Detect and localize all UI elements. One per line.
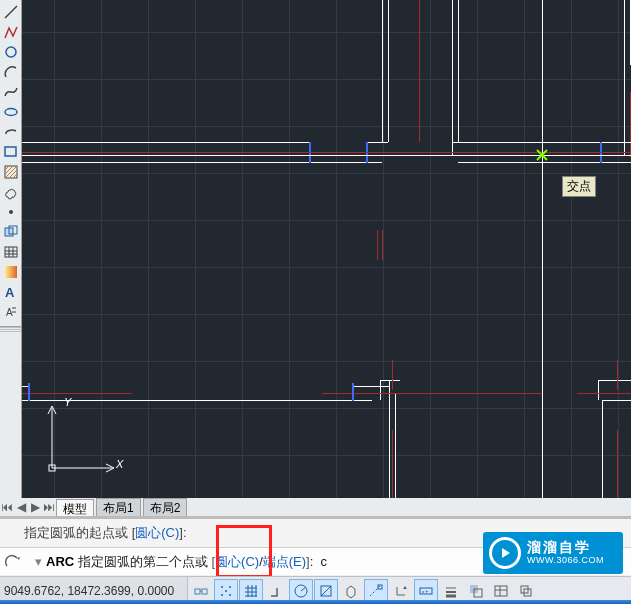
status-osnap[interactable] <box>314 579 338 603</box>
mtext-icon[interactable]: A <box>2 283 20 301</box>
command-text: ARC 指定圆弧的第二个点或 [圆心(C)/端点(E)]: c <box>46 553 327 571</box>
status-dyn-input[interactable]: + <box>414 579 438 603</box>
svg-text:+: + <box>425 588 429 594</box>
point-icon[interactable] <box>2 203 20 221</box>
cad-line <box>602 400 631 401</box>
cad-line <box>352 383 354 401</box>
svg-rect-45 <box>495 586 507 596</box>
rectangle-icon[interactable] <box>2 143 20 161</box>
spline-icon[interactable] <box>2 83 20 101</box>
layout-tabbar: ⏮ ◀ ▶ ⏭ 模型 布局1 布局2 <box>0 498 631 516</box>
polyline-icon[interactable] <box>2 23 20 41</box>
cad-line <box>617 360 618 390</box>
status-quick-props[interactable] <box>489 579 513 603</box>
cmd-history-text: 指定圆弧的起点或 <box>24 525 128 540</box>
cad-line <box>322 393 542 394</box>
svg-point-26 <box>221 586 223 588</box>
svg-marker-50 <box>502 548 510 558</box>
svg-text:A: A <box>6 307 13 318</box>
tab-next-icon[interactable]: ▶ <box>28 499 42 515</box>
cad-line <box>392 430 393 498</box>
svg-line-34 <box>321 586 331 596</box>
tab-first-icon[interactable]: ⏮ <box>0 499 14 515</box>
tab-layout2[interactable]: 布局2 <box>143 498 188 516</box>
svg-point-27 <box>229 586 231 588</box>
taskbar-sliver <box>0 600 631 604</box>
cad-line <box>458 0 459 142</box>
circle-icon[interactable] <box>2 43 20 61</box>
cad-line <box>624 0 625 155</box>
crosshair-v <box>542 0 543 498</box>
draw-toolbar: A A <box>0 0 22 500</box>
svg-point-1 <box>6 47 16 57</box>
arc-icon[interactable] <box>2 63 20 81</box>
cmd-opt-end[interactable]: 端点(E) <box>263 554 306 569</box>
ellipse-icon[interactable] <box>2 103 20 121</box>
watermark-play-icon <box>489 537 521 569</box>
watermark-title: 溜溜自学 <box>527 540 604 555</box>
snap-tooltip: 交点 <box>562 176 596 197</box>
hatch-icon[interactable] <box>2 163 20 181</box>
cad-line <box>458 162 631 163</box>
watermark-url: WWW.3066.COM <box>527 556 604 566</box>
status-3d-osnap[interactable] <box>339 579 363 603</box>
svg-point-29 <box>229 594 231 596</box>
svg-rect-3 <box>5 147 16 156</box>
cad-line <box>380 380 400 381</box>
svg-line-0 <box>5 6 17 18</box>
revcloud-icon[interactable] <box>2 183 20 201</box>
tab-layout1[interactable]: 布局1 <box>96 498 141 516</box>
tab-prev-icon[interactable]: ◀ <box>14 499 28 515</box>
drawing-canvas[interactable]: 交点 Y X <box>22 0 631 498</box>
gradient-icon[interactable] <box>2 263 20 281</box>
cad-line <box>388 0 389 142</box>
cad-line <box>389 380 390 498</box>
ucs-y-label: Y <box>64 396 71 408</box>
line-icon[interactable] <box>2 3 20 21</box>
tab-nav: ⏮ ◀ ▶ ⏭ <box>0 498 56 516</box>
tab-last-icon[interactable]: ⏭ <box>42 499 56 515</box>
svg-line-32 <box>301 587 306 591</box>
status-ducs[interactable] <box>389 579 413 603</box>
status-infer-constraints[interactable] <box>189 579 213 603</box>
status-otrack[interactable] <box>364 579 388 603</box>
region-icon[interactable] <box>2 223 20 241</box>
tab-model[interactable]: 模型 <box>56 499 94 517</box>
cad-line <box>382 0 383 142</box>
cad-line <box>22 162 382 163</box>
ellipse-arc-icon[interactable] <box>2 123 20 141</box>
snap-intersection-icon <box>536 149 548 161</box>
toolbar-grip[interactable] <box>0 326 21 332</box>
cmd-history-opt[interactable]: 圆心(C) <box>135 525 179 540</box>
svg-text:A: A <box>5 285 15 300</box>
command-expand-icon[interactable]: ▾ <box>30 554 46 569</box>
ucs-icon: Y X <box>42 398 122 478</box>
svg-rect-13 <box>5 266 17 278</box>
svg-rect-23 <box>195 589 200 594</box>
command-input-value[interactable]: c <box>321 554 328 569</box>
command-prompt-icon <box>4 552 24 572</box>
svg-rect-8 <box>5 247 17 257</box>
status-ortho[interactable] <box>264 579 288 603</box>
status-selection-cycling[interactable] <box>514 579 538 603</box>
status-transparency[interactable] <box>464 579 488 603</box>
svg-point-30 <box>225 590 227 592</box>
cmd-opt-center[interactable]: 圆心(C) <box>215 554 259 569</box>
svg-point-5 <box>9 210 13 214</box>
svg-line-35 <box>370 585 381 596</box>
status-polar[interactable] <box>289 579 313 603</box>
cad-line <box>352 386 390 387</box>
svg-point-28 <box>221 594 223 596</box>
cad-line <box>452 0 453 155</box>
cad-line <box>617 430 618 498</box>
text-icon[interactable]: A <box>2 303 20 321</box>
cad-line <box>598 380 599 400</box>
watermark-logo: 溜溜自学 WWW.3066.COM <box>483 532 623 574</box>
status-grid-display[interactable] <box>239 579 263 603</box>
cad-line <box>602 400 603 498</box>
status-lineweight[interactable] <box>439 579 463 603</box>
cad-line <box>598 380 631 381</box>
table-icon[interactable] <box>2 243 20 261</box>
status-snap-mode[interactable] <box>214 579 238 603</box>
cad-line <box>22 142 310 143</box>
